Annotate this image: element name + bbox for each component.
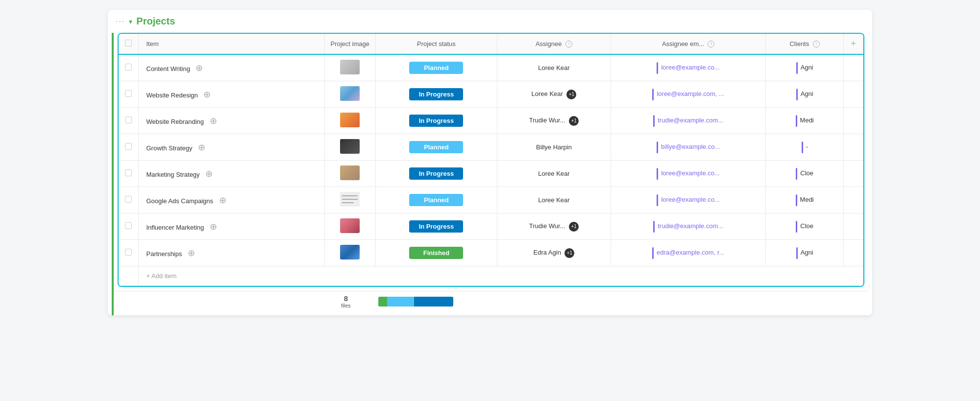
add-item-row[interactable]: + Add item bbox=[119, 266, 863, 286]
add-to-item-icon[interactable]: ⊕ bbox=[188, 248, 195, 258]
project-status-cell[interactable]: In Progress bbox=[375, 81, 497, 108]
clients-divider bbox=[802, 142, 803, 153]
status-badge[interactable]: In Progress bbox=[409, 115, 463, 127]
email-divider bbox=[653, 115, 655, 127]
add-to-item-icon[interactable]: ⊕ bbox=[196, 63, 203, 73]
project-status-cell[interactable]: Planned bbox=[375, 187, 497, 213]
row-checkbox[interactable] bbox=[125, 117, 132, 123]
status-badge[interactable]: In Progress bbox=[409, 220, 463, 233]
project-image-cell bbox=[324, 213, 375, 240]
row-checkbox[interactable] bbox=[125, 90, 132, 97]
projects-table-wrapper: Item Project image Project status Assign… bbox=[118, 33, 864, 287]
table-row: Website Rebranding ⊕ In Progress Trudie … bbox=[119, 108, 863, 134]
item-cell: Content Writing ⊕ bbox=[138, 54, 324, 81]
header-checkbox-cell[interactable] bbox=[119, 34, 138, 54]
row-checkbox-cell[interactable] bbox=[119, 134, 138, 161]
project-status-cell[interactable]: In Progress bbox=[375, 108, 497, 134]
dots-icon[interactable]: ··· bbox=[116, 17, 125, 26]
header-item: Item bbox=[138, 34, 324, 54]
add-to-item-icon[interactable]: ⊕ bbox=[203, 90, 211, 99]
assignee-email: billye@example.co... bbox=[661, 143, 720, 150]
email-divider bbox=[653, 221, 655, 233]
green-left-bar bbox=[112, 33, 114, 315]
table-row: Website Redesign ⊕ In Progress Loree Kea… bbox=[119, 81, 863, 108]
email-divider bbox=[652, 247, 654, 259]
project-status-cell[interactable]: Planned bbox=[375, 54, 497, 81]
item-cell: Marketing Strategy ⊕ bbox=[138, 161, 324, 187]
assignee-cell: Trudie Wur... +1 bbox=[497, 213, 611, 240]
status-badge[interactable]: In Progress bbox=[409, 88, 463, 100]
add-to-item-icon[interactable]: ⊕ bbox=[210, 222, 217, 232]
status-bar-planned bbox=[387, 297, 414, 307]
assignee-badge: +1 bbox=[569, 222, 579, 232]
assignee-name: Billye Harpin bbox=[536, 143, 572, 151]
item-name: Website Rebranding bbox=[147, 118, 204, 125]
email-cell: trudie@example.com... bbox=[611, 108, 766, 134]
project-status-cell[interactable]: Finished bbox=[375, 240, 497, 266]
row-checkbox-cell[interactable] bbox=[119, 81, 138, 108]
status-badge[interactable]: Planned bbox=[409, 62, 463, 74]
assignee-cell: Loree Kear +1 bbox=[497, 81, 611, 108]
email-cell: loree@example.co... bbox=[611, 187, 766, 213]
client-name: Cloe bbox=[800, 169, 813, 177]
clients-cell: Agni bbox=[766, 240, 844, 266]
chevron-icon[interactable]: ▾ bbox=[129, 18, 132, 25]
row-checkbox[interactable] bbox=[125, 169, 132, 176]
row-checkbox[interactable] bbox=[125, 143, 132, 150]
clients-cell: Cloe bbox=[766, 213, 844, 240]
clients-info-icon[interactable]: i bbox=[813, 41, 820, 47]
row-checkbox[interactable] bbox=[125, 196, 132, 203]
item-cell: Influencer Marketing ⊕ bbox=[138, 213, 324, 240]
status-badge[interactable]: Finished bbox=[409, 247, 463, 259]
email-cell: billye@example.co... bbox=[611, 134, 766, 161]
project-status-cell[interactable]: In Progress bbox=[375, 213, 497, 240]
assignee-name: Trudie Wur... bbox=[529, 222, 565, 230]
assignee-cell: Trudie Wur... +1 bbox=[497, 108, 611, 134]
add-to-item-icon[interactable]: ⊕ bbox=[210, 116, 217, 126]
row-checkbox-cell[interactable] bbox=[119, 161, 138, 187]
status-badge[interactable]: Planned bbox=[409, 141, 463, 153]
add-column-button[interactable]: + bbox=[844, 34, 863, 54]
email-cell: loree@example.com, ... bbox=[611, 81, 766, 108]
row-plus-col bbox=[844, 213, 863, 240]
row-checkbox-cell[interactable] bbox=[119, 54, 138, 81]
add-item-label[interactable]: + Add item bbox=[138, 266, 863, 286]
clients-cell: Medi bbox=[766, 187, 844, 213]
project-image-cell bbox=[324, 54, 375, 81]
email-cell: edra@example.com, r... bbox=[611, 240, 766, 266]
header-checkbox[interactable] bbox=[125, 40, 132, 47]
header-clients: Clients i bbox=[766, 34, 844, 54]
assignee-cell: Edra Agin +1 bbox=[497, 240, 611, 266]
project-status-cell[interactable]: In Progress bbox=[375, 161, 497, 187]
row-checkbox-cell[interactable] bbox=[119, 240, 138, 266]
assignee-email-info-icon[interactable]: i bbox=[708, 41, 714, 47]
assignee-email: loree@example.co... bbox=[661, 196, 719, 203]
email-divider bbox=[657, 194, 658, 206]
assignee-info-icon[interactable]: i bbox=[565, 41, 572, 47]
status-badge[interactable]: Planned bbox=[409, 194, 463, 206]
row-plus-col bbox=[844, 134, 863, 161]
table-header-row: Item Project image Project status Assign… bbox=[119, 34, 863, 54]
client-name: Medi bbox=[800, 196, 814, 203]
add-to-item-icon[interactable]: ⊕ bbox=[205, 169, 213, 179]
client-name: Agni bbox=[801, 90, 813, 97]
row-checkbox[interactable] bbox=[125, 249, 132, 256]
add-to-item-icon[interactable]: ⊕ bbox=[198, 142, 205, 152]
header: ··· ▾ Projects bbox=[108, 10, 872, 33]
item-cell: Website Redesign ⊕ bbox=[138, 81, 324, 108]
project-status-cell[interactable]: Planned bbox=[375, 134, 497, 161]
clients-divider bbox=[796, 89, 798, 100]
status-badge[interactable]: In Progress bbox=[409, 167, 463, 180]
row-checkbox[interactable] bbox=[125, 222, 132, 229]
files-label: files bbox=[321, 303, 370, 308]
row-checkbox-cell[interactable] bbox=[119, 187, 138, 213]
add-to-item-icon[interactable]: ⊕ bbox=[219, 195, 226, 205]
email-divider bbox=[652, 89, 654, 100]
email-divider bbox=[657, 142, 658, 153]
row-checkbox[interactable] bbox=[125, 64, 132, 71]
item-cell: Partnerships ⊕ bbox=[138, 240, 324, 266]
row-checkbox-cell[interactable] bbox=[119, 108, 138, 134]
project-image-cell bbox=[324, 161, 375, 187]
assignee-name: Edra Agin bbox=[533, 249, 561, 256]
row-checkbox-cell[interactable] bbox=[119, 213, 138, 240]
